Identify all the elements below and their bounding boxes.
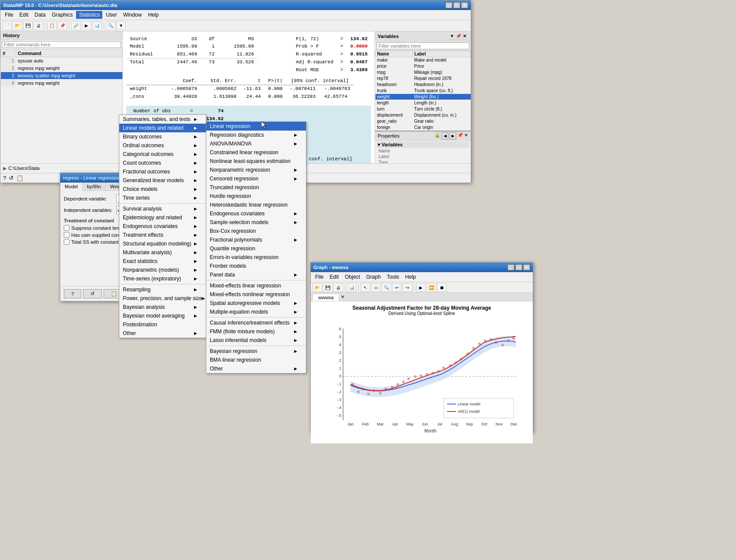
lm-censored[interactable]: Censored regression ▶ bbox=[206, 174, 306, 183]
graph-menu-object[interactable]: Object bbox=[342, 273, 363, 281]
stata-reset-btn[interactable]: ↺ bbox=[9, 175, 14, 181]
graph-tb-save[interactable]: 💾 bbox=[323, 283, 333, 292]
menu-edit-stata[interactable]: Edit bbox=[17, 11, 31, 19]
lm-linear-regression[interactable]: Linear regression bbox=[206, 122, 306, 131]
tb-stata-open[interactable]: 📂 bbox=[13, 21, 22, 30]
cb-user-supplied-input[interactable] bbox=[64, 232, 69, 238]
menu-statistics-stata[interactable]: Statistics bbox=[76, 11, 102, 19]
lm-bayesian[interactable]: Bayesian regression ▶ bbox=[206, 347, 306, 356]
graph-tb-redo[interactable]: ↪ bbox=[403, 283, 412, 292]
sv-row-length[interactable]: length Length (in.) bbox=[375, 100, 471, 106]
lm-bma-linear[interactable]: BMA linear regression bbox=[206, 356, 306, 364]
tab-byifin[interactable]: by/if/in bbox=[83, 183, 106, 190]
graph-tb-undo[interactable]: ↩ bbox=[392, 283, 402, 292]
tb-stata-new[interactable]: 📄 bbox=[2, 21, 12, 30]
lm-quantile[interactable]: Quantile regression bbox=[206, 244, 306, 253]
tb-stata-print[interactable]: 🖨 bbox=[34, 21, 43, 30]
tb-stata-bar[interactable]: 📊 bbox=[92, 21, 102, 30]
tb-stata-paste[interactable]: 📌 bbox=[58, 21, 67, 30]
sv-row-foreign[interactable]: foreign Car origin bbox=[375, 124, 471, 131]
history-row-4[interactable]: 4 regress mpg weight bbox=[1, 80, 122, 87]
history-row-2[interactable]: 2 regress mpg weight bbox=[1, 65, 122, 72]
sv-row-mpg[interactable]: mpg Mileage (mpg) bbox=[375, 69, 471, 76]
lm-multiple-eq[interactable]: Multiple-equation models ▶ bbox=[206, 308, 306, 316]
tb-stata-do[interactable]: ▶ bbox=[82, 21, 91, 30]
stats-menu-item-bma[interactable]: Bayesian model averaging ▶ bbox=[119, 311, 206, 320]
stats-menu-item-categorical[interactable]: Categorical outcomes ▶ bbox=[119, 150, 206, 159]
lm-endogenous[interactable]: Endogenous covariates ▶ bbox=[206, 209, 306, 218]
stats-menu-item-treatment[interactable]: Treatment effects ▶ bbox=[119, 231, 206, 239]
stats-menu-item-other[interactable]: Other ▶ bbox=[119, 329, 206, 338]
graph-tb-cursor[interactable]: ↖ bbox=[361, 283, 370, 292]
graph-tb-select[interactable]: ▭ bbox=[371, 283, 381, 292]
regress-help-btn[interactable]: ? bbox=[64, 289, 81, 298]
stats-menu-item-postestimation[interactable]: Postestimation bbox=[119, 320, 206, 329]
stata-maximize[interactable]: □ bbox=[453, 2, 460, 8]
lm-me-linear[interactable]: Mixed-effects linear regression bbox=[206, 281, 306, 290]
lm-me-nonlinear[interactable]: Mixed-effects nonlinear regression bbox=[206, 290, 306, 299]
graph-tb-zoom-in[interactable]: 🔍 bbox=[382, 283, 391, 292]
stats-menu-item-linear[interactable]: Linear models and related ▶ bbox=[119, 124, 206, 132]
stata-vars-filter-icon[interactable]: ▼ bbox=[450, 34, 454, 38]
stats-menu-item-exact[interactable]: Exact statistics ▶ bbox=[119, 257, 206, 266]
sv-row-trunk[interactable]: trunk Trunk space (cu. ft.) bbox=[375, 88, 471, 94]
graph-tb-bar[interactable]: 📊 bbox=[347, 283, 357, 292]
lm-frontier[interactable]: Frontier models bbox=[206, 262, 306, 270]
lm-causal[interactable]: Causal inference/treatment effects ▶ bbox=[206, 318, 306, 327]
graph-tb-stop[interactable]: ⏹ bbox=[437, 283, 447, 292]
lm-regression-diagnostics[interactable]: Regression diagnostics ▶ bbox=[206, 131, 306, 139]
sv-row-turn[interactable]: turn Turn circle (ft.) bbox=[375, 106, 471, 112]
menu-file-stata[interactable]: File bbox=[2, 11, 16, 19]
graph-maximize[interactable]: □ bbox=[515, 264, 522, 270]
stata-vars-search-input[interactable] bbox=[376, 42, 469, 49]
stats-menu-item-summaries[interactable]: Summaries, tables, and tests ▶ bbox=[119, 115, 206, 124]
stata-copy-log-btn[interactable]: 📋 bbox=[16, 175, 24, 181]
stats-menu-item-nonparam[interactable]: Nonparametric (models) ▶ bbox=[119, 266, 206, 274]
graph-close[interactable]: ✕ bbox=[523, 264, 530, 270]
lm-anova[interactable]: ANOVA/MANOVA ▶ bbox=[206, 139, 306, 148]
cb-total-ss-input[interactable] bbox=[64, 239, 69, 245]
graph-tb-print[interactable]: 🖨 bbox=[333, 283, 343, 292]
stats-menu-item-epidemiology[interactable]: Epidemiology and related ▶ bbox=[119, 213, 206, 222]
sv-row-headroom[interactable]: headroom Headroom (in.) bbox=[375, 82, 471, 88]
stats-menu-item-ordinal[interactable]: Ordinal outcomes ▶ bbox=[119, 141, 206, 150]
stata-close[interactable]: ✕ bbox=[461, 2, 468, 8]
menu-help-stata[interactable]: Help bbox=[145, 11, 161, 19]
graph-win-controls[interactable]: _ □ ✕ bbox=[507, 264, 530, 270]
graph-tab-close[interactable]: ✕ bbox=[339, 294, 346, 301]
tb-stata-search[interactable]: 🔍 bbox=[106, 21, 115, 30]
menu-window-stata[interactable]: Window bbox=[121, 11, 145, 19]
regress-reset-btn[interactable]: ↺ bbox=[83, 289, 102, 298]
stats-menu-item-count[interactable]: Count outcomes ▶ bbox=[119, 159, 206, 167]
history-search-input[interactable] bbox=[2, 41, 121, 48]
stats-menu-item-endogenous[interactable]: Endogenous covariates ▶ bbox=[119, 222, 206, 231]
menu-graphics-stata[interactable]: Graphics bbox=[49, 11, 75, 19]
stats-menu-item-timeseries[interactable]: Time series ▶ bbox=[119, 194, 206, 202]
stats-menu-item-choice[interactable]: Choice models ▶ bbox=[119, 185, 206, 194]
graph-tb-open[interactable]: 📂 bbox=[312, 283, 322, 292]
sv-row-gear_ratio[interactable]: gear_ratio Gear ratio bbox=[375, 118, 471, 124]
graph-menu-help[interactable]: Help bbox=[403, 273, 419, 281]
lm-fmm[interactable]: FMM (finite mixture models) ▶ bbox=[206, 327, 306, 336]
props-lock-icon[interactable]: 🔒 bbox=[434, 132, 441, 139]
graph-menu-file[interactable]: File bbox=[312, 273, 326, 281]
stats-menu-item-glm[interactable]: Generalized linear models ▶ bbox=[119, 176, 206, 185]
tb-stata-save[interactable]: 💾 bbox=[23, 21, 33, 30]
stats-menu-item-fractional[interactable]: Fractional outcomes ▶ bbox=[119, 167, 206, 176]
stats-menu-item-multivariate[interactable]: Multivariate analysis) ▶ bbox=[119, 248, 206, 257]
lm-constrained[interactable]: Constrained linear regression bbox=[206, 148, 306, 157]
lm-nonparametric[interactable]: Nonparametric regression ▶ bbox=[206, 166, 306, 174]
graph-minimize[interactable]: _ bbox=[507, 264, 514, 270]
props-next-btn[interactable]: ▶ bbox=[449, 132, 456, 139]
props-pin-icon[interactable]: 📌 bbox=[457, 132, 463, 139]
stats-menu-item-bayesian[interactable]: Bayesian analysis ▶ bbox=[119, 303, 206, 311]
graph-menu-graph[interactable]: Graph bbox=[364, 273, 383, 281]
tb-stata-browser[interactable]: 🔎 bbox=[71, 21, 81, 30]
tb-stata-filter[interactable]: ▼ bbox=[116, 21, 126, 30]
sv-row-displacement[interactable]: displacement Displacement (cu. in.) bbox=[375, 112, 471, 118]
props-close-icon[interactable]: ✕ bbox=[464, 132, 468, 139]
stats-menu-item-resampling[interactable]: Resampling ▶ bbox=[119, 285, 206, 294]
props-variables-section[interactable]: ▾ Variables bbox=[377, 142, 469, 148]
props-prev-btn[interactable]: ◀ bbox=[441, 132, 448, 139]
stats-menu-item-survival[interactable]: Survival analysis ▶ bbox=[119, 204, 206, 213]
